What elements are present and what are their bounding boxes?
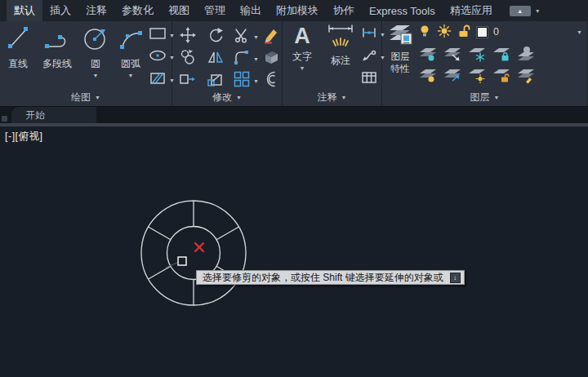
ellipse-icon — [149, 49, 167, 65]
rotate-button[interactable] — [207, 26, 225, 47]
move-icon — [179, 26, 197, 47]
copy-button[interactable] — [179, 48, 197, 69]
circle-button[interactable]: 圆 ▼ — [80, 24, 111, 78]
line-button[interactable]: 直线 — [2, 24, 34, 71]
menu-tab-default[interactable]: 默认 — [7, 0, 42, 21]
menu-tab-annotate[interactable]: 注释 — [78, 0, 114, 21]
text-label: 文字 — [292, 50, 312, 64]
stretch-button[interactable] — [179, 70, 197, 91]
sun-icon[interactable] — [437, 24, 452, 41]
layer-match-icon[interactable] — [443, 66, 462, 87]
rectangle-button[interactable]: ▼ — [149, 27, 175, 43]
erase-button[interactable] — [262, 26, 280, 47]
chevron-down-icon[interactable]: ▼ — [253, 56, 259, 62]
file-tab-start-label: 开始 — [25, 109, 45, 122]
menu-tab-addins[interactable]: 附加模块 — [269, 0, 326, 21]
layer-color-swatch[interactable] — [477, 27, 488, 38]
file-tab-scroll-stub — [2, 116, 7, 122]
command-tooltip-text: 选择要修剪的对象，或按住 Shift 键选择要延伸的对象或 — [203, 271, 443, 285]
explode-button[interactable] — [262, 48, 280, 69]
offset-button[interactable] — [262, 70, 280, 91]
panel-annotate-title: 注释 — [318, 91, 337, 104]
mirror-button[interactable] — [207, 48, 225, 69]
dimension-button[interactable]: 标注 — [320, 24, 361, 68]
layer-on-icon[interactable] — [418, 66, 438, 87]
layer-unlock-icon[interactable] — [492, 66, 511, 87]
panel-draw-footer[interactable]: 绘图 ▼ — [0, 90, 172, 104]
chevron-down-icon[interactable]: ▼ — [300, 65, 305, 71]
copy-icon — [179, 48, 197, 69]
text-button[interactable]: A 文字 ▼ — [287, 24, 317, 71]
polyline-label: 多段线 — [42, 57, 72, 71]
stretch-icon — [179, 70, 197, 91]
menu-tab-featured-apps[interactable]: 精选应用 — [443, 0, 500, 21]
move-button[interactable] — [179, 26, 197, 47]
layer-isolate-icon[interactable] — [443, 45, 462, 66]
spoke-lower-left[interactable] — [149, 266, 171, 279]
unlock-icon[interactable] — [457, 24, 471, 41]
bulb-on-icon[interactable] — [418, 24, 431, 41]
chevron-down-icon: ▼ — [95, 95, 100, 100]
chevron-down-icon[interactable]: ▼ — [535, 8, 541, 14]
arc-button[interactable]: 圆弧 ▼ — [114, 24, 148, 78]
layer-lock-icon[interactable] — [492, 45, 511, 66]
dimension-label: 标注 — [331, 54, 350, 68]
panel-draw: 直线 多段线 圆 ▼ 圆弧 ▼ ▼ ▼ — [0, 21, 172, 106]
table-button[interactable] — [361, 71, 377, 87]
cursor-trace-line — [166, 262, 179, 268]
array-button[interactable]: ▼ — [233, 70, 259, 91]
layer-properties-button[interactable]: 图层 特性 — [384, 23, 416, 74]
menu-tab-output[interactable]: 输出 — [233, 0, 269, 21]
panel-annotate-footer[interactable]: 注释 ▼ — [283, 90, 381, 104]
menu-tab-express-tools[interactable]: Express Tools — [362, 0, 443, 21]
ribbon-minimize-icon[interactable]: ▲ — [510, 6, 531, 16]
pickbox-cursor — [178, 257, 186, 265]
chevron-down-icon[interactable]: ▼ — [253, 78, 259, 84]
layer-properties-label-1: 图层 — [391, 51, 410, 62]
scale-icon — [207, 70, 225, 91]
chevron-down-icon[interactable]: ▼ — [128, 73, 134, 78]
panel-layers-footer[interactable]: 图层 ▼ — [382, 90, 587, 104]
ellipse-button[interactable]: ▼ — [149, 49, 175, 65]
spoke-upper-right[interactable] — [216, 227, 238, 240]
layer-select-dropdown[interactable]: 0 ▼ — [418, 24, 582, 40]
ribbon: 直线 多段线 圆 ▼ 圆弧 ▼ ▼ ▼ — [0, 21, 588, 107]
spoke-upper-left[interactable] — [149, 227, 171, 240]
offset-icon — [262, 70, 280, 91]
menu-tab-view[interactable]: 视图 — [161, 0, 197, 21]
layer-freeze-icon[interactable] — [467, 45, 487, 66]
dimension-icon — [325, 24, 356, 52]
drawing-canvas[interactable]: [-][俯视] 选择要修剪的对象，或按住 Shift 键选择要延伸的对象或 ↓ — [0, 126, 588, 377]
command-tooltip: 选择要修剪的对象，或按住 Shift 键选择要延伸的对象或 ↓ — [196, 270, 465, 285]
wheel-drawing[interactable] — [0, 126, 588, 377]
menu-tab-parametric[interactable]: 参数化 — [114, 0, 161, 21]
chevron-down-icon: ▼ — [494, 95, 500, 100]
chevron-down-icon[interactable]: ▼ — [253, 34, 259, 40]
panel-modify-footer[interactable]: 修改 ▼ — [172, 90, 282, 104]
rectangle-icon — [149, 27, 167, 43]
layer-off-icon[interactable] — [418, 45, 438, 66]
arc-label: 圆弧 — [121, 57, 140, 71]
dim-linear-icon — [361, 27, 377, 42]
hatch-button[interactable]: ▼ — [149, 71, 175, 89]
trim-button[interactable]: ▼ — [233, 26, 259, 47]
down-arrow-key-icon: ↓ — [450, 273, 461, 283]
scale-button[interactable] — [207, 70, 225, 91]
file-tab-bar: 开始 — [0, 107, 588, 126]
file-tab-start[interactable]: 开始 — [11, 107, 96, 123]
chevron-down-icon[interactable]: ▼ — [93, 73, 99, 78]
ribbon-minimize-control[interactable]: ▲ ▼ — [510, 0, 541, 21]
menu-tab-collaborate[interactable]: 协作 — [326, 0, 362, 21]
arc-icon — [116, 24, 145, 55]
menu-tab-insert[interactable]: 插入 — [42, 0, 78, 21]
layer-edit-icon[interactable] — [516, 66, 536, 87]
panel-annotate: A 文字 ▼ 标注 ▼ ▼ 注释 ▼ — [283, 21, 382, 106]
polyline-button[interactable]: 多段线 — [36, 24, 78, 71]
layer-current-icon[interactable] — [516, 45, 536, 66]
fillet-button[interactable]: ▼ — [233, 48, 259, 69]
layer-tools-row-1 — [418, 45, 536, 66]
menu-tab-manage[interactable]: 管理 — [197, 0, 233, 21]
chevron-down-icon[interactable]: ▼ — [577, 29, 582, 35]
layer-thaw-icon[interactable] — [467, 66, 487, 87]
circle-icon — [82, 24, 109, 55]
